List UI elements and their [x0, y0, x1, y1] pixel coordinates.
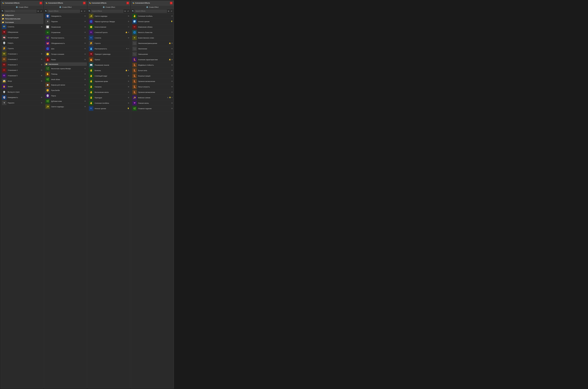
settings-icon[interactable]: ⚙ [128, 37, 129, 39]
list-item[interactable]: 👁 Слепота ⚙ [1, 24, 43, 30]
settings-icon[interactable]: ⚙ [128, 91, 129, 93]
list-item[interactable]: 🏹 Кислотная стрела Мелфа ⚙ [44, 66, 87, 71]
list-item[interactable]: ✝ Паралич ⚙ [1, 100, 43, 106]
settings-icon[interactable]: ⚙ [171, 75, 173, 77]
list-item[interactable]: 👢 Медвежья стойкость ⚙ [131, 62, 174, 68]
light-icon[interactable]: 💡 [171, 21, 173, 22]
list-item[interactable]: 🌀 Чёрные щупальца Эварда ⚙ [87, 19, 130, 24]
list-item[interactable]: 🤚 Припадок ⚙ [87, 95, 130, 100]
list-item[interactable]: 👢 Лисья хитрость ⚙ [131, 84, 174, 90]
light-icon[interactable]: 💡 [169, 97, 171, 98]
list-item[interactable]: 🤚 Склизкая погибель ⚙ [87, 100, 130, 106]
list-item[interactable]: ⬛ Уменьшение ⚙ [131, 51, 174, 57]
settings-icon[interactable]: ⚙ [41, 69, 42, 71]
list-item[interactable]: 👂 Глухота [87, 41, 130, 46]
filter-button-2[interactable]: ⚙ [80, 10, 83, 12]
list-item[interactable]: 👢 Орлиное великолепие ⚙ [131, 90, 174, 95]
search-input-3[interactable] [91, 10, 123, 13]
list-item[interactable]: ✨ Светоч надежды ⚙ [44, 104, 87, 109]
list-item[interactable]: ☠ Отравление ⚙ [44, 30, 87, 35]
settings-icon[interactable]: ⚙ [171, 42, 173, 44]
list-item[interactable]: 🔥 Приказ [87, 57, 130, 62]
panel-3-close-button[interactable]: × [126, 2, 129, 4]
list-item[interactable]: 🔲 Барьер для жизни ⚙ [44, 82, 87, 88]
list-item[interactable]: 🤚 Воспаление мозга ⚙ [87, 90, 130, 95]
settings-icon[interactable]: ⚙ [84, 95, 86, 97]
reset-button-1[interactable]: ↺ [40, 10, 42, 12]
list-item[interactable]: ✊ Рука Бигби ⚙ [44, 88, 87, 93]
filter-button-4[interactable]: ⚙ [167, 10, 170, 12]
settings-icon[interactable]: ⚙ [41, 59, 42, 60]
settings-icon[interactable]: ⚙ [41, 53, 42, 55]
settings-icon[interactable]: ⚙ [171, 53, 173, 55]
list-item[interactable]: 💧 Расплывчатость ⚙ ✏ [87, 46, 130, 51]
list-item[interactable]: 🧊 Ночное зрение 💡 [131, 19, 174, 24]
panel-4-close-button[interactable]: × [170, 2, 172, 4]
list-item[interactable]: 🤚 Гангрена ⚙ [87, 84, 130, 90]
list-item[interactable]: ❤ Приворот гуманоида [87, 51, 130, 57]
settings-icon[interactable]: ⚙ [128, 80, 129, 82]
settings-icon[interactable]: ⚙ [84, 32, 86, 33]
edit-icon[interactable]: ✏ [171, 97, 173, 98]
bell-icon[interactable]: 🔔 [169, 42, 171, 44]
settings-icon[interactable]: ⚙ [84, 37, 86, 39]
list-item[interactable]: 👁 Слепота ⚙ [87, 35, 130, 41]
list-item[interactable]: 🧠 Концентрация [1, 35, 43, 40]
filter-button-3[interactable]: ⚙ [124, 10, 126, 12]
settings-icon[interactable]: ⚙ [84, 42, 86, 44]
settings-icon[interactable]: ⚙ [171, 91, 173, 93]
category-states[interactable]: 📁 Состояния [1, 21, 43, 24]
settings-icon[interactable]: ⚙ [171, 48, 173, 50]
edit-icon[interactable]: ✏ [128, 26, 129, 28]
list-item[interactable]: 👻 Невидимость ⚙ [44, 13, 87, 19]
list-item[interactable]: 👁 Утомление 3 ⚙ [1, 62, 43, 67]
settings-icon[interactable]: ⚙ [171, 102, 173, 104]
panel-1-create-effect-bar[interactable]: ⚙️ Create Effect [1, 5, 43, 9]
settings-icon[interactable]: ⚙ [126, 48, 127, 50]
settings-icon[interactable]: ⚙ [41, 80, 42, 82]
list-item[interactable]: 🌿 Распластанность ⚙ [44, 35, 87, 41]
list-item[interactable]: 🤚 Слепящий недуг ⚙ [87, 73, 130, 79]
reset-button-3[interactable]: ↺ [127, 10, 129, 12]
list-item[interactable]: 👁 Слепота/Глухота 🔔 ⚙ [87, 30, 130, 35]
list-item[interactable]: 😱 Испуг ⚙ [1, 78, 43, 84]
list-item[interactable]: 👢 Орлиное великолепие ⚙ [131, 79, 174, 84]
settings-icon[interactable]: ⚙ [128, 75, 129, 77]
bell-icon[interactable]: 🔔 [169, 59, 171, 61]
list-item[interactable]: 😶 Потеря сознания ⚙ [44, 51, 87, 57]
settings-icon[interactable]: ⚙ [128, 86, 129, 88]
bell-icon[interactable]: 🔔 [125, 69, 127, 71]
settings-icon[interactable]: ⚙ [84, 26, 86, 28]
category-spells[interactable]: 📁 Заклинания [44, 62, 87, 66]
list-item[interactable]: 👂 Глухота [1, 46, 43, 51]
edit-icon[interactable]: ✏ [128, 48, 129, 50]
settings-icon[interactable]: ⚙ [171, 80, 173, 82]
panel-2-create-effect-bar[interactable]: ⚙️ Create Effect [44, 5, 87, 9]
list-item[interactable]: 🌀 Шок ⚙ [44, 46, 87, 51]
settings-icon[interactable]: ⚙ [84, 68, 86, 69]
list-item[interactable]: ✋ Помощь ⚙ [44, 71, 87, 77]
search-input-4[interactable] [135, 10, 167, 13]
settings-icon[interactable]: ⚙ [128, 69, 129, 71]
reset-button-2[interactable]: ↺ [84, 10, 86, 12]
settings-icon[interactable]: ⚙ [84, 84, 86, 86]
settings-icon[interactable]: ⚙ [41, 26, 42, 28]
list-item[interactable]: ⬛ Увеличение/уменьшение 🔔 ⚙ [131, 41, 174, 46]
settings-icon[interactable]: ⚙ [41, 97, 42, 98]
list-item[interactable]: 🤚 Болезнь 🔔 ⚙ [87, 68, 130, 73]
list-item[interactable]: 👢 Кошачья грация ⚙ [131, 73, 174, 79]
settings-icon[interactable]: ⚙ [128, 97, 129, 98]
panel-2-close-button[interactable]: × [83, 2, 85, 4]
list-item[interactable]: 🌿 Иной облик ⚙ [44, 77, 87, 82]
list-item[interactable]: 💀 Смерть [1, 40, 43, 46]
search-input-1[interactable] [4, 10, 36, 13]
settings-icon[interactable]: ⚙ [128, 15, 129, 17]
panel-3-create-effect-bar[interactable]: ⚙️ Create Effect [87, 5, 130, 9]
settings-icon[interactable]: ⚙ [84, 100, 86, 102]
filter-button-1[interactable]: ⚙ [37, 10, 39, 12]
settings-icon[interactable]: ⚙ [84, 106, 86, 107]
settings-icon[interactable]: ⚙ [84, 48, 86, 50]
settings-icon[interactable]: ⚙ [171, 86, 173, 88]
list-item[interactable]: 🤚 Заражение крови ⚙ [87, 79, 130, 84]
list-item[interactable]: 👁 Утомление 4 ⚙ [1, 67, 43, 73]
